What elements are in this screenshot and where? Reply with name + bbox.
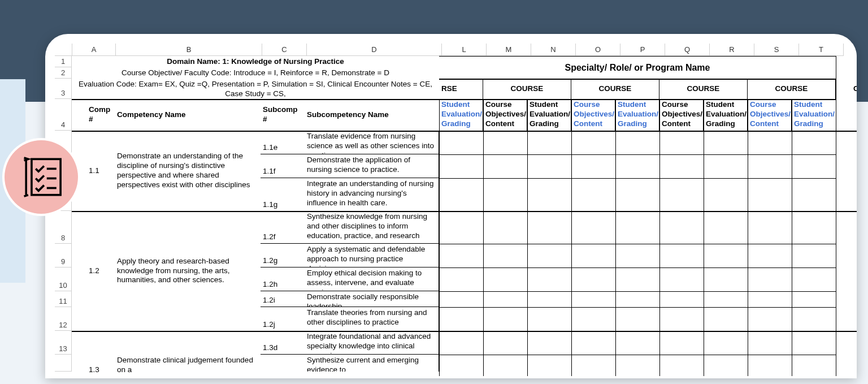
sub-1.2i-name[interactable]: Demonstrate socially responsible leaders… <box>305 291 439 307</box>
faculty-code-cell[interactable]: Course Objective/ Faculty Code: Introduc… <box>72 67 439 79</box>
header-N-student-eval[interactable]: Student Evaluation/ Grading <box>527 99 571 131</box>
hline <box>439 291 836 292</box>
col-header-M[interactable]: M <box>487 44 531 56</box>
header-T-student-eval[interactable]: Student Evaluation/ Grading <box>792 99 836 131</box>
col-header-A[interactable]: A <box>72 44 116 56</box>
row-header-3[interactable]: 3 <box>55 79 72 99</box>
comp-1.2-name[interactable]: Apply theory and research-based knowledg… <box>115 211 261 331</box>
vline <box>483 99 484 376</box>
spreadsheet: A B C D L M N O P Q R S T 1 2 3 4 8 <box>55 44 857 378</box>
header-O-course-obj[interactable]: Course Objectives/ Content <box>571 99 615 131</box>
comp-1.1-name[interactable]: Demonstrate an understanding of the disc… <box>115 131 261 211</box>
vline <box>836 56 836 376</box>
vline <box>571 99 572 376</box>
col-header-O[interactable]: O <box>576 44 620 56</box>
sub-1.1e-name[interactable]: Translate evidence from nursing science … <box>305 131 439 154</box>
sub-1.1f-name[interactable]: Demonstrate the application of nursing s… <box>305 154 439 178</box>
header-P-student-eval[interactable]: Student Evaluation/ Grading <box>615 99 659 131</box>
comp-1.3-name[interactable]: Demonstrate clinical judgement founded o… <box>115 331 261 376</box>
row-number-gutter: 1 2 3 4 8 9 10 11 12 13 <box>55 56 72 378</box>
evaluation-code-line1: Evaluation Code: Exam= EX, Quiz =Q, Pres… <box>79 80 432 98</box>
hline <box>439 154 836 155</box>
col-header-Q[interactable]: Q <box>665 44 710 56</box>
vline <box>659 99 660 376</box>
course-header-3[interactable]: COURSE <box>659 79 748 99</box>
sub-1.2i-code[interactable]: 1.2i <box>261 291 305 307</box>
subcomp-name-header[interactable]: Subcompetency Name <box>305 99 439 131</box>
col-header-P[interactable]: P <box>620 44 665 56</box>
col-header-L[interactable]: L <box>442 44 487 56</box>
row-header-12[interactable]: 12 <box>55 307 72 331</box>
hline <box>439 307 836 308</box>
comp-1.2-number[interactable]: 1.2 <box>72 211 115 331</box>
hline <box>439 178 836 179</box>
sub-1.1e-code[interactable]: 1.1e <box>261 131 305 154</box>
header-L-student-eval[interactable]: Student Evaluation/ Grading <box>439 99 483 131</box>
sub-1.1g-name[interactable]: Integrate an understanding of nursing hi… <box>305 178 439 211</box>
column-header-row: A B C D L M N O P Q R S T <box>55 44 857 56</box>
header-M-course-obj[interactable]: Course Objectives/ Content <box>483 99 527 131</box>
vline <box>527 99 528 376</box>
row-header-10[interactable]: 10 <box>55 267 72 291</box>
competency-name-header[interactable]: Competency Name <box>115 99 261 131</box>
sub-1.3-next-name[interactable]: Synthesize current and emerging evidence… <box>305 355 439 372</box>
sub-1.3d-name[interactable]: Integrate foundational and advanced spec… <box>305 331 439 355</box>
subcomp-num-header[interactable]: Subcomp # <box>261 99 305 131</box>
sub-1.2j-name[interactable]: Translate theories from nursing and othe… <box>305 307 439 331</box>
course-header-5[interactable]: COURSE <box>836 79 857 99</box>
row-header-1[interactable]: 1 <box>55 56 72 67</box>
checklist-icon <box>19 155 63 199</box>
row-header-14[interactable] <box>55 355 72 372</box>
vline <box>792 99 792 376</box>
course-header-1[interactable]: COURSE <box>483 79 571 99</box>
col-header-N[interactable]: N <box>531 44 576 56</box>
checklist-icon-badge <box>5 140 78 214</box>
comp-1.1-number[interactable]: 1.1 <box>72 131 115 211</box>
col-header-R[interactable]: R <box>710 44 754 56</box>
sub-1.2f-code[interactable]: 1.2f <box>261 211 305 244</box>
sub-1.1f-code[interactable]: 1.1f <box>261 154 305 178</box>
domain-name-cell[interactable]: Domain Name: 1: Knowledge of Nursing Pra… <box>72 56 439 67</box>
sub-1.2h-name[interactable]: Employ ethical decision making to assess… <box>305 267 439 291</box>
sub-1.3d-code[interactable]: 1.3d <box>261 331 305 355</box>
sub-1.3-next-code[interactable] <box>261 355 305 372</box>
row-header-4[interactable]: 4 <box>55 99 72 131</box>
sub-1.1g-code[interactable]: 1.1g <box>261 178 305 211</box>
hline <box>439 267 836 268</box>
row-header-13[interactable]: 13 <box>55 331 72 355</box>
vline <box>615 99 616 376</box>
header-S-course-obj[interactable]: Course Objectives/ Content <box>748 99 792 131</box>
corner-cell[interactable] <box>55 44 72 56</box>
vline <box>704 99 704 376</box>
col-header-T[interactable]: T <box>799 44 844 56</box>
vline <box>439 99 440 376</box>
col-header-S[interactable]: S <box>754 44 799 56</box>
row-header-8[interactable]: 8 <box>55 211 72 244</box>
vline <box>748 99 748 376</box>
row-header-9[interactable]: 9 <box>55 244 72 267</box>
row-header-2[interactable]: 2 <box>55 67 72 79</box>
header-R-student-eval[interactable]: Student Evaluation/ Grading <box>704 99 748 131</box>
course-header-2[interactable]: COURSE <box>571 79 659 99</box>
header-Q-course-obj[interactable]: Course Objectives/ Content <box>659 99 704 131</box>
hline <box>439 244 836 244</box>
sub-1.2g-code[interactable]: 1.2g <box>261 244 305 267</box>
col-header-C[interactable]: C <box>262 44 307 56</box>
sub-1.2g-name[interactable]: Apply a systematic and defendable approa… <box>305 244 439 267</box>
specialty-label-cell[interactable]: Specialty/ Role/ or Program Name <box>439 56 836 79</box>
col-header-D[interactable]: D <box>307 44 442 56</box>
sub-1.2h-code[interactable]: 1.2h <box>261 267 305 291</box>
sub-1.2j-code[interactable]: 1.2j <box>261 307 305 331</box>
comp-1.3-number[interactable]: 1.3 <box>72 331 115 376</box>
spreadsheet-card: A B C D L M N O P Q R S T 1 2 3 4 8 <box>45 34 857 378</box>
evaluation-code-cell[interactable]: Evaluation Code: Exam= EX, Quiz =Q, Pres… <box>72 79 439 99</box>
comp-num-header[interactable]: Comp # <box>72 99 115 131</box>
course-header-4[interactable]: COURSE <box>748 79 836 99</box>
sub-1.2f-name[interactable]: Synthesize knowledge from nursing and ot… <box>305 211 439 244</box>
grid-body[interactable]: Domain Name: 1: Knowledge of Nursing Pra… <box>72 56 857 378</box>
rse-header[interactable]: RSE <box>439 79 483 99</box>
hline <box>439 355 836 355</box>
col-header-B[interactable]: B <box>116 44 262 56</box>
row-header-11[interactable]: 11 <box>55 291 72 307</box>
